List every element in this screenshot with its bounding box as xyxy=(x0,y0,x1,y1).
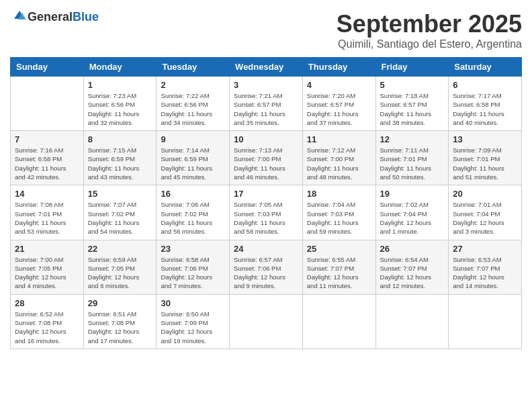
day-number: 20 xyxy=(453,189,517,199)
day-number: 17 xyxy=(234,189,298,199)
calendar-cell: 18Sunrise: 7:04 AM Sunset: 7:03 PM Dayli… xyxy=(302,185,375,240)
day-info: Sunrise: 7:00 AM Sunset: 7:05 PM Dayligh… xyxy=(15,255,79,291)
calendar-header-row: SundayMondayTuesdayWednesdayThursdayFrid… xyxy=(11,58,522,77)
calendar-cell: 7Sunrise: 7:16 AM Sunset: 6:58 PM Daylig… xyxy=(11,131,84,185)
day-number: 30 xyxy=(161,298,225,308)
day-number: 14 xyxy=(15,189,79,199)
day-number: 26 xyxy=(380,244,445,254)
calendar-day-header: Wednesday xyxy=(230,58,303,77)
calendar-cell: 10Sunrise: 7:13 AM Sunset: 7:00 PM Dayli… xyxy=(230,131,303,185)
calendar-cell: 1Sunrise: 7:23 AM Sunset: 6:56 PM Daylig… xyxy=(83,77,157,131)
day-info: Sunrise: 7:09 AM Sunset: 7:01 PM Dayligh… xyxy=(453,146,517,181)
day-info: Sunrise: 7:17 AM Sunset: 6:58 PM Dayligh… xyxy=(453,91,517,127)
day-info: Sunrise: 7:20 AM Sunset: 6:57 PM Dayligh… xyxy=(307,91,371,127)
day-info: Sunrise: 7:16 AM Sunset: 6:58 PM Dayligh… xyxy=(15,146,79,181)
calendar-cell: 21Sunrise: 7:00 AM Sunset: 7:05 PM Dayli… xyxy=(11,240,84,294)
day-info: Sunrise: 7:12 AM Sunset: 7:00 PM Dayligh… xyxy=(307,146,371,181)
day-number: 16 xyxy=(161,189,225,199)
day-number: 15 xyxy=(88,189,152,199)
day-number: 10 xyxy=(234,134,298,144)
day-number: 18 xyxy=(307,189,371,199)
day-number: 8 xyxy=(88,134,152,144)
day-number: 19 xyxy=(380,189,445,199)
day-info: Sunrise: 7:05 AM Sunset: 7:03 PM Dayligh… xyxy=(234,200,298,236)
calendar-cell: 13Sunrise: 7:09 AM Sunset: 7:01 PM Dayli… xyxy=(449,131,522,185)
day-info: Sunrise: 7:15 AM Sunset: 6:59 PM Dayligh… xyxy=(88,146,152,181)
calendar-cell xyxy=(302,294,375,349)
day-info: Sunrise: 7:06 AM Sunset: 7:02 PM Dayligh… xyxy=(161,200,225,236)
day-number: 9 xyxy=(161,134,225,144)
calendar-day-header: Friday xyxy=(375,58,449,77)
day-info: Sunrise: 7:02 AM Sunset: 7:04 PM Dayligh… xyxy=(380,200,445,236)
calendar-day-header: Monday xyxy=(83,58,157,77)
calendar-cell xyxy=(375,294,449,349)
location-subtitle: Quimili, Santiago del Estero, Argentina xyxy=(337,38,522,50)
calendar-cell: 3Sunrise: 7:21 AM Sunset: 6:57 PM Daylig… xyxy=(230,77,303,131)
day-info: Sunrise: 7:08 AM Sunset: 7:01 PM Dayligh… xyxy=(15,200,79,236)
day-info: Sunrise: 7:22 AM Sunset: 6:56 PM Dayligh… xyxy=(161,91,225,127)
calendar-week-row: 1Sunrise: 7:23 AM Sunset: 6:56 PM Daylig… xyxy=(11,77,522,131)
day-number: 12 xyxy=(380,134,445,144)
day-info: Sunrise: 7:07 AM Sunset: 7:02 PM Dayligh… xyxy=(88,200,152,236)
day-number: 3 xyxy=(234,80,298,90)
day-info: Sunrise: 7:21 AM Sunset: 6:57 PM Dayligh… xyxy=(234,91,298,127)
calendar-cell: 15Sunrise: 7:07 AM Sunset: 7:02 PM Dayli… xyxy=(83,185,157,240)
calendar-cell: 11Sunrise: 7:12 AM Sunset: 7:00 PM Dayli… xyxy=(302,131,375,185)
calendar-cell: 8Sunrise: 7:15 AM Sunset: 6:59 PM Daylig… xyxy=(83,131,157,185)
calendar-cell: 22Sunrise: 6:59 AM Sunset: 7:05 PM Dayli… xyxy=(83,240,157,294)
day-info: Sunrise: 6:55 AM Sunset: 7:07 PM Dayligh… xyxy=(307,255,371,291)
calendar-cell: 26Sunrise: 6:54 AM Sunset: 7:07 PM Dayli… xyxy=(375,240,449,294)
logo-icon xyxy=(11,8,28,24)
day-number: 1 xyxy=(88,80,152,90)
calendar-cell: 24Sunrise: 6:57 AM Sunset: 7:06 PM Dayli… xyxy=(230,240,303,294)
calendar-day-header: Saturday xyxy=(449,58,522,77)
calendar-table: SundayMondayTuesdayWednesdayThursdayFrid… xyxy=(10,57,522,349)
calendar-cell xyxy=(449,294,522,349)
day-number: 5 xyxy=(380,80,445,90)
day-number: 29 xyxy=(88,298,152,308)
calendar-cell: 17Sunrise: 7:05 AM Sunset: 7:03 PM Dayli… xyxy=(230,185,303,240)
calendar-cell: 6Sunrise: 7:17 AM Sunset: 6:58 PM Daylig… xyxy=(449,77,522,131)
logo-text: GeneralBlue xyxy=(28,10,99,24)
day-info: Sunrise: 6:52 AM Sunset: 7:08 PM Dayligh… xyxy=(15,310,79,345)
day-number: 13 xyxy=(453,134,517,144)
day-info: Sunrise: 6:58 AM Sunset: 7:06 PM Dayligh… xyxy=(161,255,225,291)
day-info: Sunrise: 7:23 AM Sunset: 6:56 PM Dayligh… xyxy=(88,91,152,127)
day-number: 2 xyxy=(161,80,225,90)
day-info: Sunrise: 7:04 AM Sunset: 7:03 PM Dayligh… xyxy=(307,200,371,236)
day-info: Sunrise: 7:11 AM Sunset: 7:01 PM Dayligh… xyxy=(380,146,445,181)
day-number: 4 xyxy=(307,80,371,90)
calendar-cell: 23Sunrise: 6:58 AM Sunset: 7:06 PM Dayli… xyxy=(157,240,230,294)
calendar-week-row: 28Sunrise: 6:52 AM Sunset: 7:08 PM Dayli… xyxy=(11,294,522,349)
day-info: Sunrise: 6:51 AM Sunset: 7:08 PM Dayligh… xyxy=(88,310,152,345)
calendar-cell: 27Sunrise: 6:53 AM Sunset: 7:07 PM Dayli… xyxy=(449,240,522,294)
calendar-cell: 20Sunrise: 7:01 AM Sunset: 7:04 PM Dayli… xyxy=(449,185,522,240)
day-info: Sunrise: 6:50 AM Sunset: 7:09 PM Dayligh… xyxy=(161,310,225,345)
logo-general: General xyxy=(28,10,73,24)
day-info: Sunrise: 7:18 AM Sunset: 6:57 PM Dayligh… xyxy=(380,91,445,127)
day-info: Sunrise: 7:01 AM Sunset: 7:04 PM Dayligh… xyxy=(453,200,517,236)
calendar-week-row: 14Sunrise: 7:08 AM Sunset: 7:01 PM Dayli… xyxy=(11,185,522,240)
day-info: Sunrise: 6:53 AM Sunset: 7:07 PM Dayligh… xyxy=(453,255,517,291)
day-number: 21 xyxy=(15,244,79,254)
day-number: 11 xyxy=(307,134,371,144)
calendar-cell: 14Sunrise: 7:08 AM Sunset: 7:01 PM Dayli… xyxy=(11,185,84,240)
calendar-cell: 29Sunrise: 6:51 AM Sunset: 7:08 PM Dayli… xyxy=(83,294,157,349)
day-number: 28 xyxy=(15,298,79,308)
calendar-day-header: Thursday xyxy=(302,58,375,77)
day-info: Sunrise: 6:54 AM Sunset: 7:07 PM Dayligh… xyxy=(380,255,445,291)
calendar-cell: 12Sunrise: 7:11 AM Sunset: 7:01 PM Dayli… xyxy=(375,131,449,185)
calendar-day-header: Sunday xyxy=(11,58,84,77)
calendar-cell: 9Sunrise: 7:14 AM Sunset: 6:59 PM Daylig… xyxy=(157,131,230,185)
day-number: 22 xyxy=(88,244,152,254)
day-number: 7 xyxy=(15,134,79,144)
month-title: September 2025 xyxy=(337,10,522,38)
calendar-week-row: 21Sunrise: 7:00 AM Sunset: 7:05 PM Dayli… xyxy=(11,240,522,294)
day-info: Sunrise: 6:59 AM Sunset: 7:05 PM Dayligh… xyxy=(88,255,152,291)
calendar-day-header: Tuesday xyxy=(157,58,230,77)
calendar-cell: 4Sunrise: 7:20 AM Sunset: 6:57 PM Daylig… xyxy=(302,77,375,131)
day-info: Sunrise: 7:14 AM Sunset: 6:59 PM Dayligh… xyxy=(161,146,225,181)
day-info: Sunrise: 6:57 AM Sunset: 7:06 PM Dayligh… xyxy=(234,255,298,291)
calendar-cell: 25Sunrise: 6:55 AM Sunset: 7:07 PM Dayli… xyxy=(302,240,375,294)
day-number: 23 xyxy=(161,244,225,254)
